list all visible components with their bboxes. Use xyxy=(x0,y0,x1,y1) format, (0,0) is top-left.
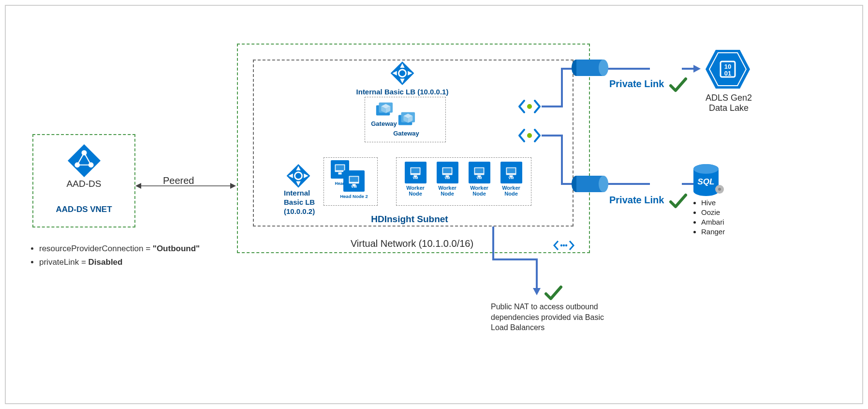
svg-rect-42 xyxy=(475,168,484,173)
svg-marker-51 xyxy=(693,65,701,73)
sql-item-ambari: Ambari xyxy=(701,218,725,226)
svg-rect-46 xyxy=(507,168,515,173)
svg-point-55 xyxy=(599,60,608,76)
adls-label: ADLS Gen2 Data Lake xyxy=(697,93,760,113)
svg-text:01: 01 xyxy=(724,70,731,77)
cfg-pl: privateLink = Disabled xyxy=(39,258,200,267)
worker-node-2: VM Worker Node xyxy=(433,162,462,196)
worker-node-label: Worker Node xyxy=(406,185,425,197)
svg-marker-73 xyxy=(533,288,541,295)
svg-text:10: 10 xyxy=(724,63,731,70)
worker-node-label: Worker Node xyxy=(502,185,520,197)
worker-node-label: Worker Node xyxy=(438,185,456,197)
cube-icon xyxy=(397,110,415,129)
sql-item-ranger: Ranger xyxy=(701,227,725,236)
head-node-2-label: Head Node 2 xyxy=(340,194,368,199)
private-link-pipe-2 xyxy=(571,174,609,194)
diagram-frame: AAD-DS AAD-DS VNET Peered resourceProvid… xyxy=(5,5,863,404)
private-endpoint-icon-2 xyxy=(517,127,542,144)
svg-point-72 xyxy=(718,188,721,191)
svg-text:VM: VM xyxy=(508,176,514,180)
gateway-2-label: Gateway xyxy=(393,130,419,137)
svg-text:VM: VM xyxy=(351,184,357,188)
svg-point-68 xyxy=(693,186,719,196)
nat-note: Public NAT to access outbound dependenci… xyxy=(491,302,617,333)
vm-icon: VM xyxy=(343,170,365,192)
adls-icon: 10 01 xyxy=(704,48,752,92)
svg-rect-0 xyxy=(67,144,100,177)
private-link-pipe-1 xyxy=(571,58,609,77)
lb1-label: Internal Basic LB (10.0.0.1) xyxy=(344,88,460,96)
load-balancer-icon-1 xyxy=(388,61,417,86)
svg-text:SQL: SQL xyxy=(698,177,715,186)
svg-text:VM: VM xyxy=(412,176,418,180)
svg-marker-5 xyxy=(135,183,141,189)
sql-db-icon: SQL xyxy=(691,163,725,201)
svg-rect-34 xyxy=(411,168,420,173)
vm-icon: VM xyxy=(437,162,458,183)
svg-point-65 xyxy=(599,176,608,192)
svg-point-7 xyxy=(560,244,562,246)
load-balancer-icon-2 xyxy=(284,163,313,188)
check-icon-3 xyxy=(544,283,563,303)
sql-item-oozie: Oozie xyxy=(701,208,725,216)
svg-text:VM: VM xyxy=(476,176,482,180)
aad-ds-title: AAD-DS xyxy=(33,179,134,189)
svg-rect-38 xyxy=(443,168,452,173)
svg-point-9 xyxy=(565,244,567,246)
svg-marker-6 xyxy=(230,183,236,189)
svg-rect-27 xyxy=(336,165,344,170)
private-endpoint-icon-1 xyxy=(517,98,542,115)
subnet-label: HDInsight Subnet xyxy=(354,214,465,225)
vm-icon: VM xyxy=(405,162,427,183)
cube-icon xyxy=(375,101,393,119)
lb2-label: Internal Basic LB (10.0.0.2) xyxy=(284,189,315,216)
svg-point-8 xyxy=(563,244,565,246)
svg-text:VM: VM xyxy=(444,176,450,180)
worker-node-4: VM Worker Node xyxy=(497,162,526,196)
svg-rect-30 xyxy=(350,177,358,182)
check-icon-2 xyxy=(668,191,688,211)
private-link-label-2: Private Link xyxy=(609,195,664,206)
sql-item-hive: Hive xyxy=(701,198,725,207)
check-icon-1 xyxy=(668,75,688,94)
private-link-label-1: Private Link xyxy=(609,78,664,90)
aad-ds-vnet-box: AAD-DS AAD-DS VNET xyxy=(32,134,135,227)
vm-icon: VM xyxy=(469,162,490,183)
svg-point-50 xyxy=(527,133,532,138)
worker-node-3: VM Worker Node xyxy=(465,162,494,196)
vnet-icon xyxy=(552,237,575,256)
aad-ds-vnet-label: AAD-DS VNET xyxy=(33,205,134,214)
aad-ds-icon xyxy=(67,144,101,178)
config-notes: resourceProviderConnection = "Outbound" … xyxy=(28,244,200,271)
vnet-label: Virtual Network (10.1.0.0/16) xyxy=(344,238,480,249)
peered-label: Peered xyxy=(163,175,194,186)
sql-component-list: Hive Oozie Ambari Ranger xyxy=(691,198,725,237)
worker-node-1: VM Worker Node xyxy=(401,162,430,196)
svg-point-69 xyxy=(693,164,719,174)
cfg-rp: resourceProviderConnection = "Outbound" xyxy=(39,244,200,254)
vm-icon: VM xyxy=(500,162,522,183)
head-node-2: VM Head Node 2 xyxy=(339,170,368,204)
svg-point-49 xyxy=(527,104,532,109)
gateway-2: Gateway xyxy=(392,110,421,137)
worker-node-label: Worker Node xyxy=(470,185,488,197)
